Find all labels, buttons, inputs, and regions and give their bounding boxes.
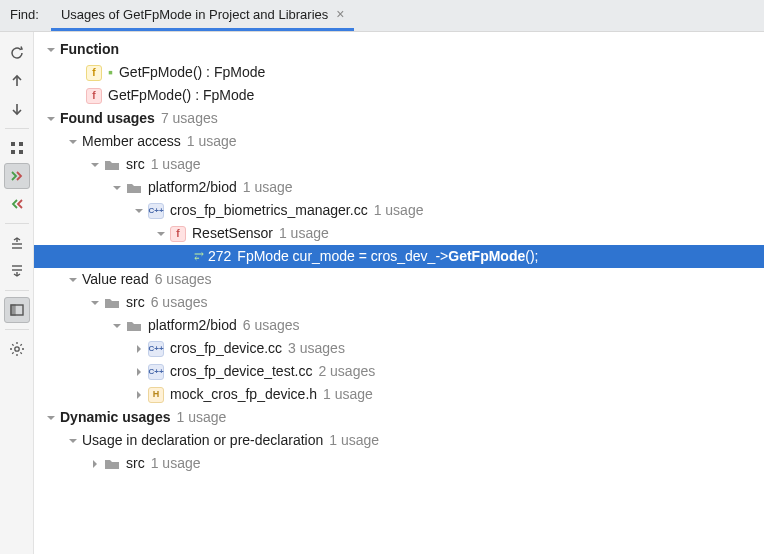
fn-sig-label: GetFpMode() : FpMode bbox=[108, 84, 254, 107]
function-icon: f bbox=[170, 226, 186, 242]
usages-tree[interactable]: Function f ▪ GetFpMode() : FpMode f GetF… bbox=[34, 32, 764, 554]
node-count: 6 usages bbox=[151, 291, 208, 314]
node-count: 1 usage bbox=[279, 222, 329, 245]
tree-node-file[interactable]: H mock_cros_fp_device.h 1 usage bbox=[34, 383, 764, 406]
chevron-down-icon bbox=[154, 227, 168, 241]
node-count: 1 usage bbox=[329, 429, 379, 452]
find-tab[interactable]: Usages of GetFpMode in Project and Libra… bbox=[51, 0, 355, 31]
header-file-icon: H bbox=[148, 387, 164, 403]
tree-node-path[interactable]: platform2/biod 6 usages bbox=[34, 314, 764, 337]
autoscroll-forward-button[interactable] bbox=[4, 163, 30, 189]
node-label: cros_fp_biometrics_manager.cc bbox=[170, 199, 368, 222]
node-label: Found usages bbox=[60, 107, 155, 130]
tree-node-file[interactable]: C++ cros_fp_biometrics_manager.cc 1 usag… bbox=[34, 199, 764, 222]
code-highlight: GetFpMode bbox=[448, 245, 525, 268]
autoscroll-back-button[interactable] bbox=[4, 191, 30, 217]
tree-node-decl[interactable]: Usage in declaration or pre-declaration … bbox=[34, 429, 764, 452]
node-count: 6 usages bbox=[243, 314, 300, 337]
node-label: Dynamic usages bbox=[60, 406, 171, 429]
folder-icon bbox=[126, 180, 142, 196]
svg-rect-1 bbox=[19, 142, 23, 146]
node-label: Value read bbox=[82, 268, 149, 291]
folder-icon bbox=[104, 157, 120, 173]
prev-button[interactable] bbox=[4, 68, 30, 94]
node-count: 1 usage bbox=[374, 199, 424, 222]
svg-rect-3 bbox=[19, 150, 23, 154]
chevron-down-icon bbox=[88, 296, 102, 310]
node-count: 3 usages bbox=[288, 337, 345, 360]
chevron-down-icon bbox=[44, 43, 58, 57]
chevron-down-icon bbox=[66, 273, 80, 287]
node-count: 1 usage bbox=[187, 130, 237, 153]
tree-node-usage-line[interactable]: ⥂ 272 FpMode cur_mode = cros_dev_->GetFp… bbox=[34, 245, 764, 268]
node-count: 2 usages bbox=[318, 360, 375, 383]
node-count: 1 usage bbox=[177, 406, 227, 429]
node-label: src bbox=[126, 291, 145, 314]
chevron-right-icon bbox=[132, 342, 146, 356]
chevron-down-icon bbox=[66, 434, 80, 448]
tree-node-func[interactable]: f ResetSensor 1 usage bbox=[34, 222, 764, 245]
group-button[interactable] bbox=[4, 135, 30, 161]
line-number: 272 bbox=[208, 245, 231, 268]
tree-node-src[interactable]: src 6 usages bbox=[34, 291, 764, 314]
tree-node-src[interactable]: src 1 usage bbox=[34, 452, 764, 475]
tree-node-fn-sig[interactable]: f GetFpMode() : FpMode bbox=[34, 84, 764, 107]
node-count: 7 usages bbox=[161, 107, 218, 130]
chevron-down-icon bbox=[110, 181, 124, 195]
expand-all-button[interactable] bbox=[4, 230, 30, 256]
chevron-down-icon bbox=[88, 158, 102, 172]
chevron-down-icon bbox=[132, 204, 146, 218]
decoration-icon: ▪ bbox=[108, 61, 113, 84]
tree-node-fn-sig[interactable]: f ▪ GetFpMode() : FpMode bbox=[34, 61, 764, 84]
tree-node-file[interactable]: C++ cros_fp_device.cc 3 usages bbox=[34, 337, 764, 360]
cpp-file-icon: C++ bbox=[148, 203, 164, 219]
preview-button[interactable] bbox=[4, 297, 30, 323]
svg-rect-2 bbox=[11, 150, 15, 154]
cpp-file-icon: C++ bbox=[148, 364, 164, 380]
node-label: mock_cros_fp_device.h bbox=[170, 383, 317, 406]
toolbar bbox=[0, 32, 34, 554]
folder-icon bbox=[104, 295, 120, 311]
node-count: 1 usage bbox=[151, 153, 201, 176]
next-button[interactable] bbox=[4, 96, 30, 122]
node-label: platform2/biod bbox=[148, 176, 237, 199]
node-label: src bbox=[126, 153, 145, 176]
find-label: Find: bbox=[0, 0, 49, 31]
chevron-right-icon bbox=[132, 365, 146, 379]
svg-rect-0 bbox=[11, 142, 15, 146]
node-label: ResetSensor bbox=[192, 222, 273, 245]
tree-node-found[interactable]: Found usages 7 usages bbox=[34, 107, 764, 130]
tree-node-value-read[interactable]: Value read 6 usages bbox=[34, 268, 764, 291]
cpp-file-icon: C++ bbox=[148, 341, 164, 357]
goto-icon: ⥂ bbox=[194, 245, 204, 268]
tree-node-member-access[interactable]: Member access 1 usage bbox=[34, 130, 764, 153]
node-label: src bbox=[126, 452, 145, 475]
chevron-down-icon bbox=[66, 135, 80, 149]
svg-rect-5 bbox=[11, 305, 15, 315]
chevron-right-icon bbox=[132, 388, 146, 402]
find-tab-label: Usages of GetFpMode in Project and Libra… bbox=[61, 7, 328, 22]
node-label: platform2/biod bbox=[148, 314, 237, 337]
node-label: Usage in declaration or pre-declaration bbox=[82, 429, 323, 452]
close-icon[interactable]: × bbox=[336, 7, 344, 21]
node-count: 1 usage bbox=[323, 383, 373, 406]
folder-icon bbox=[126, 318, 142, 334]
node-count: 6 usages bbox=[155, 268, 212, 291]
refresh-button[interactable] bbox=[4, 40, 30, 66]
fn-sig-label: GetFpMode() : FpMode bbox=[119, 61, 265, 84]
tree-node-src[interactable]: src 1 usage bbox=[34, 153, 764, 176]
chevron-down-icon bbox=[44, 112, 58, 126]
tree-node-path[interactable]: platform2/biod 1 usage bbox=[34, 176, 764, 199]
node-label: cros_fp_device.cc bbox=[170, 337, 282, 360]
tree-node-function[interactable]: Function bbox=[34, 38, 764, 61]
node-label: Member access bbox=[82, 130, 181, 153]
chevron-down-icon bbox=[44, 411, 58, 425]
find-header: Find: Usages of GetFpMode in Project and… bbox=[0, 0, 764, 32]
node-count: 1 usage bbox=[151, 452, 201, 475]
svg-point-6 bbox=[14, 347, 18, 351]
node-label: cros_fp_device_test.cc bbox=[170, 360, 312, 383]
tree-node-file[interactable]: C++ cros_fp_device_test.cc 2 usages bbox=[34, 360, 764, 383]
tree-node-dynamic[interactable]: Dynamic usages 1 usage bbox=[34, 406, 764, 429]
settings-button[interactable] bbox=[4, 336, 30, 362]
collapse-all-button[interactable] bbox=[4, 258, 30, 284]
